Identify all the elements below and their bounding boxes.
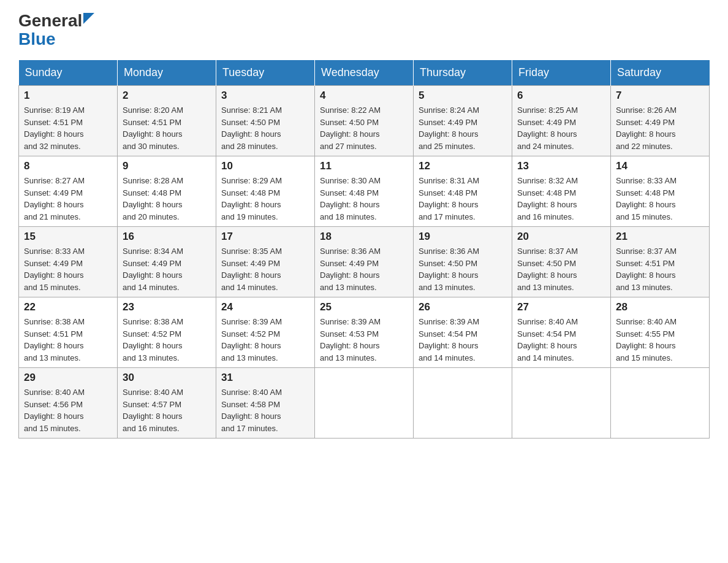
day-number: 22 xyxy=(24,301,112,313)
day-info: Sunrise: 8:26 AM Sunset: 4:49 PM Dayligh… xyxy=(616,104,704,152)
day-cell: 14 Sunrise: 8:33 AM Sunset: 4:48 PM Dayl… xyxy=(611,156,710,227)
day-cell: 16 Sunrise: 8:34 AM Sunset: 4:49 PM Dayl… xyxy=(118,227,216,297)
day-info: Sunrise: 8:40 AM Sunset: 4:56 PM Dayligh… xyxy=(24,386,112,434)
day-number: 27 xyxy=(517,301,605,313)
day-info: Sunrise: 8:33 AM Sunset: 4:48 PM Dayligh… xyxy=(616,175,704,223)
day-cell: 24 Sunrise: 8:39 AM Sunset: 4:52 PM Dayl… xyxy=(216,297,315,368)
header-tuesday: Tuesday xyxy=(216,60,315,86)
week-row-5: 29 Sunrise: 8:40 AM Sunset: 4:56 PM Dayl… xyxy=(19,368,710,439)
day-number: 28 xyxy=(616,301,704,313)
day-number: 20 xyxy=(517,231,605,243)
day-cell: 12 Sunrise: 8:31 AM Sunset: 4:48 PM Dayl… xyxy=(414,156,512,227)
day-number: 5 xyxy=(419,90,507,102)
day-info: Sunrise: 8:24 AM Sunset: 4:49 PM Dayligh… xyxy=(419,104,507,152)
day-number: 17 xyxy=(221,231,309,243)
day-info: Sunrise: 8:31 AM Sunset: 4:48 PM Dayligh… xyxy=(419,175,507,223)
day-info: Sunrise: 8:30 AM Sunset: 4:48 PM Dayligh… xyxy=(320,175,408,223)
day-number: 11 xyxy=(320,160,408,172)
day-number: 6 xyxy=(517,90,605,102)
day-cell: 23 Sunrise: 8:38 AM Sunset: 4:52 PM Dayl… xyxy=(118,297,216,368)
header-friday: Friday xyxy=(512,60,611,86)
day-cell: 20 Sunrise: 8:37 AM Sunset: 4:50 PM Dayl… xyxy=(512,227,611,297)
day-number: 21 xyxy=(616,231,704,243)
day-info: Sunrise: 8:37 AM Sunset: 4:50 PM Dayligh… xyxy=(517,245,605,293)
day-info: Sunrise: 8:28 AM Sunset: 4:48 PM Dayligh… xyxy=(123,175,211,223)
day-info: Sunrise: 8:39 AM Sunset: 4:54 PM Dayligh… xyxy=(419,316,507,364)
day-info: Sunrise: 8:35 AM Sunset: 4:49 PM Dayligh… xyxy=(221,245,309,293)
page-header: General Blue xyxy=(18,12,710,48)
day-number: 12 xyxy=(419,160,507,172)
day-cell: 8 Sunrise: 8:27 AM Sunset: 4:49 PM Dayli… xyxy=(19,156,118,227)
day-cell: 11 Sunrise: 8:30 AM Sunset: 4:48 PM Dayl… xyxy=(315,156,414,227)
day-number: 29 xyxy=(24,372,112,384)
day-number: 7 xyxy=(616,90,704,102)
day-number: 30 xyxy=(123,372,211,384)
day-number: 19 xyxy=(419,231,507,243)
day-info: Sunrise: 8:34 AM Sunset: 4:49 PM Dayligh… xyxy=(123,245,211,293)
day-number: 25 xyxy=(320,301,408,313)
day-cell: 28 Sunrise: 8:40 AM Sunset: 4:55 PM Dayl… xyxy=(611,297,710,368)
day-cell xyxy=(611,368,710,439)
day-info: Sunrise: 8:39 AM Sunset: 4:53 PM Dayligh… xyxy=(320,316,408,364)
day-number: 8 xyxy=(24,160,112,172)
day-cell: 31 Sunrise: 8:40 AM Sunset: 4:58 PM Dayl… xyxy=(216,368,315,439)
day-cell xyxy=(315,368,414,439)
header-row: SundayMondayTuesdayWednesdayThursdayFrid… xyxy=(19,60,710,86)
day-number: 10 xyxy=(221,160,309,172)
day-cell: 10 Sunrise: 8:29 AM Sunset: 4:48 PM Dayl… xyxy=(216,156,315,227)
day-cell: 1 Sunrise: 8:19 AM Sunset: 4:51 PM Dayli… xyxy=(19,86,118,156)
day-cell: 27 Sunrise: 8:40 AM Sunset: 4:54 PM Dayl… xyxy=(512,297,611,368)
day-cell: 9 Sunrise: 8:28 AM Sunset: 4:48 PM Dayli… xyxy=(118,156,216,227)
day-cell: 19 Sunrise: 8:36 AM Sunset: 4:50 PM Dayl… xyxy=(414,227,512,297)
day-info: Sunrise: 8:20 AM Sunset: 4:51 PM Dayligh… xyxy=(123,104,211,152)
day-number: 24 xyxy=(221,301,309,313)
day-number: 14 xyxy=(616,160,704,172)
day-number: 16 xyxy=(123,231,211,243)
day-number: 26 xyxy=(419,301,507,313)
header-monday: Monday xyxy=(118,60,216,86)
day-number: 31 xyxy=(221,372,309,384)
day-number: 3 xyxy=(221,90,309,102)
day-number: 23 xyxy=(123,301,211,313)
header-wednesday: Wednesday xyxy=(315,60,414,86)
header-saturday: Saturday xyxy=(611,60,710,86)
day-info: Sunrise: 8:27 AM Sunset: 4:49 PM Dayligh… xyxy=(24,175,112,223)
day-cell: 6 Sunrise: 8:25 AM Sunset: 4:49 PM Dayli… xyxy=(512,86,611,156)
day-info: Sunrise: 8:40 AM Sunset: 4:58 PM Dayligh… xyxy=(221,386,309,434)
day-number: 13 xyxy=(517,160,605,172)
day-cell: 2 Sunrise: 8:20 AM Sunset: 4:51 PM Dayli… xyxy=(118,86,216,156)
logo-triangle-icon xyxy=(83,13,97,26)
day-cell xyxy=(512,368,611,439)
day-info: Sunrise: 8:36 AM Sunset: 4:50 PM Dayligh… xyxy=(419,245,507,293)
day-cell: 13 Sunrise: 8:32 AM Sunset: 4:48 PM Dayl… xyxy=(512,156,611,227)
day-info: Sunrise: 8:37 AM Sunset: 4:51 PM Dayligh… xyxy=(616,245,704,293)
day-info: Sunrise: 8:40 AM Sunset: 4:57 PM Dayligh… xyxy=(123,386,211,434)
day-cell: 5 Sunrise: 8:24 AM Sunset: 4:49 PM Dayli… xyxy=(414,86,512,156)
header-sunday: Sunday xyxy=(19,60,118,86)
calendar-body: 1 Sunrise: 8:19 AM Sunset: 4:51 PM Dayli… xyxy=(19,86,710,439)
day-number: 15 xyxy=(24,231,112,243)
week-row-4: 22 Sunrise: 8:38 AM Sunset: 4:51 PM Dayl… xyxy=(19,297,710,368)
day-cell: 18 Sunrise: 8:36 AM Sunset: 4:49 PM Dayl… xyxy=(315,227,414,297)
day-cell xyxy=(414,368,512,439)
day-info: Sunrise: 8:33 AM Sunset: 4:49 PM Dayligh… xyxy=(24,245,112,293)
day-number: 4 xyxy=(320,90,408,102)
calendar-header: SundayMondayTuesdayWednesdayThursdayFrid… xyxy=(19,60,710,86)
day-cell: 15 Sunrise: 8:33 AM Sunset: 4:49 PM Dayl… xyxy=(19,227,118,297)
day-info: Sunrise: 8:22 AM Sunset: 4:50 PM Dayligh… xyxy=(320,104,408,152)
day-info: Sunrise: 8:32 AM Sunset: 4:48 PM Dayligh… xyxy=(517,175,605,223)
day-cell: 30 Sunrise: 8:40 AM Sunset: 4:57 PM Dayl… xyxy=(118,368,216,439)
day-number: 9 xyxy=(123,160,211,172)
calendar-table: SundayMondayTuesdayWednesdayThursdayFrid… xyxy=(18,60,710,439)
day-info: Sunrise: 8:21 AM Sunset: 4:50 PM Dayligh… xyxy=(221,104,309,152)
day-cell: 22 Sunrise: 8:38 AM Sunset: 4:51 PM Dayl… xyxy=(19,297,118,368)
logo-general: General xyxy=(18,12,82,29)
logo-blue: Blue xyxy=(18,31,56,48)
svg-marker-0 xyxy=(83,13,94,24)
day-info: Sunrise: 8:40 AM Sunset: 4:55 PM Dayligh… xyxy=(616,316,704,364)
week-row-2: 8 Sunrise: 8:27 AM Sunset: 4:49 PM Dayli… xyxy=(19,156,710,227)
week-row-3: 15 Sunrise: 8:33 AM Sunset: 4:49 PM Dayl… xyxy=(19,227,710,297)
day-number: 2 xyxy=(123,90,211,102)
day-cell: 21 Sunrise: 8:37 AM Sunset: 4:51 PM Dayl… xyxy=(611,227,710,297)
logo: General Blue xyxy=(18,12,97,48)
